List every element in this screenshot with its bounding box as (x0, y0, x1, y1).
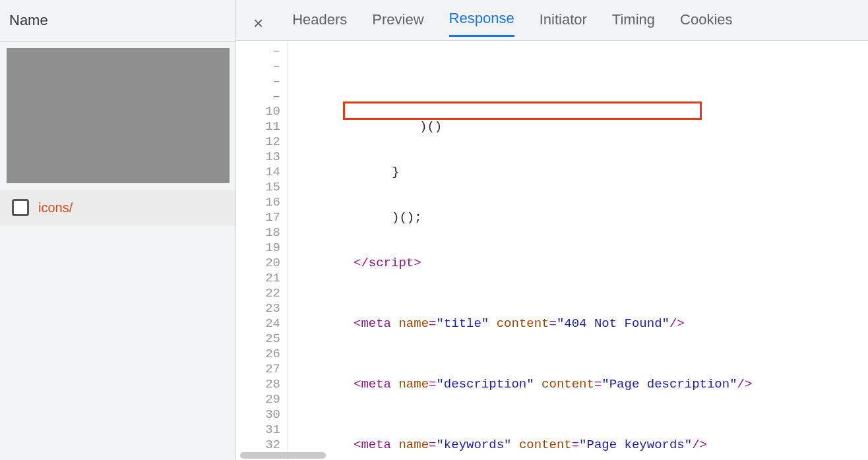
code-line: } (294, 165, 868, 180)
scroll-thumb[interactable] (240, 452, 326, 459)
highlight-box (343, 101, 702, 120)
sidebar-header: Name (0, 0, 235, 42)
tab-headers[interactable]: Headers (292, 11, 347, 36)
close-icon[interactable]: × (249, 13, 267, 34)
tab-response[interactable]: Response (449, 10, 514, 37)
checkbox-icon[interactable] (12, 199, 29, 216)
code-line-10: <meta name="title" content="404 Not Foun… (294, 316, 868, 331)
tab-initiator[interactable]: Initiator (540, 11, 587, 36)
code-line: </script> (294, 256, 868, 271)
code-content[interactable]: )() } )(); </script> <meta name="title" … (288, 41, 868, 460)
sidebar: Name icons/ (0, 0, 236, 460)
tab-preview[interactable]: Preview (372, 11, 423, 36)
code-viewer[interactable]: ––––101112131415161718192021222324252627… (236, 41, 868, 460)
code-line-11: <meta name="description" content="Page d… (294, 377, 868, 392)
tab-bar: × Headers Preview Response Initiator Tim… (236, 0, 868, 41)
horizontal-scrollbar[interactable] (237, 452, 868, 459)
tab-cookies[interactable]: Cookies (680, 11, 732, 36)
code-line: )() (294, 119, 868, 134)
line-gutter: ––––101112131415161718192021222324252627… (236, 41, 288, 460)
code-line: )(); (294, 210, 868, 225)
request-thumbnail[interactable] (7, 48, 230, 183)
request-name: icons/ (38, 200, 73, 216)
tab-timing[interactable]: Timing (612, 11, 655, 36)
request-list-item[interactable]: icons/ (0, 190, 235, 225)
thumbnail-area (0, 42, 235, 183)
details-panel: × Headers Preview Response Initiator Tim… (236, 0, 868, 460)
code-line-12: <meta name="keywords" content="Page keyw… (294, 438, 868, 453)
